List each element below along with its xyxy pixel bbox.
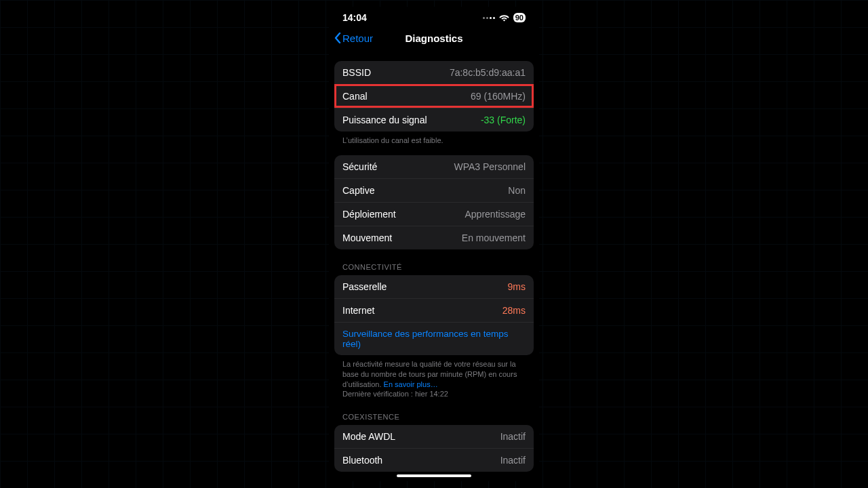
learn-more-link[interactable]: En savoir plus… <box>384 380 438 388</box>
row-movement[interactable]: Mouvement En mouvement <box>334 226 534 249</box>
section-header-connectivity: CONNECTIVITÉ <box>334 249 534 274</box>
row-label: Puissance du signal <box>342 115 427 125</box>
row-value: En mouvement <box>462 232 526 243</box>
row-value: -33 (Forte) <box>481 115 526 125</box>
row-label: Bluetooth <box>342 455 382 466</box>
group-security: Sécurité WPA3 Personnel Captive Non Dépl… <box>334 155 534 249</box>
row-bssid[interactable]: BSSID 7a:8c:b5:d9:aa:a1 <box>334 61 534 84</box>
row-label: Sécurité <box>342 161 377 172</box>
status-bar: 14:04 90 <box>329 7 539 26</box>
row-label: Mode AWDL <box>342 431 395 442</box>
row-captive[interactable]: Captive Non <box>334 178 534 202</box>
group-connectivity: Passerelle 9ms Internet 28ms Surveillanc… <box>334 275 534 355</box>
row-deployment[interactable]: Déploiement Apprentissage <box>334 202 534 226</box>
group-coexistence: Mode AWDL Inactif Bluetooth Inactif <box>334 425 534 472</box>
row-label: Captive <box>342 185 374 196</box>
back-button[interactable]: Retour <box>334 33 373 44</box>
row-value: 9ms <box>508 281 526 292</box>
row-value: Inactif <box>500 431 526 442</box>
status-time: 14:04 <box>342 12 367 23</box>
row-value: WPA3 Personnel <box>454 161 526 172</box>
row-value: Apprentissage <box>465 209 526 220</box>
row-value: 28ms <box>502 305 526 316</box>
row-internet[interactable]: Internet 28ms <box>334 298 534 322</box>
row-value: Non <box>508 185 526 196</box>
row-value: 69 (160MHz) <box>471 91 526 102</box>
row-bluetooth[interactable]: Bluetooth Inactif <box>334 448 534 472</box>
row-label: Canal <box>342 91 368 102</box>
row-label: Internet <box>342 305 374 316</box>
chevron-left-icon <box>334 33 341 43</box>
row-security[interactable]: Sécurité WPA3 Personnel <box>334 155 534 178</box>
footer-text-2: Dernière vérification : hier 14:22 <box>342 390 448 398</box>
row-label: Passerelle <box>342 281 387 292</box>
connectivity-footer: La réactivité mesure la qualité de votre… <box>334 355 534 399</box>
row-gateway[interactable]: Passerelle 9ms <box>334 275 534 298</box>
group-footer: L’utilisation du canal est faible. <box>334 131 534 146</box>
cellular-signal-icon <box>483 17 495 19</box>
battery-indicator: 90 <box>513 13 526 22</box>
row-label: Mouvement <box>342 232 392 243</box>
row-value: 7a:8c:b5:d9:aa:a1 <box>450 67 526 78</box>
home-indicator[interactable] <box>397 474 471 477</box>
group-network: BSSID 7a:8c:b5:d9:aa:a1 Canal 69 (160MHz… <box>334 61 534 131</box>
section-header-coexistence: COEXISTENCE <box>334 399 534 424</box>
nav-bar: Retour Diagnostics <box>329 26 539 52</box>
row-signal[interactable]: Puissance du signal -33 (Forte) <box>334 108 534 131</box>
row-label: Déploiement <box>342 209 396 220</box>
row-awdl[interactable]: Mode AWDL Inactif <box>334 425 534 448</box>
row-canal[interactable]: Canal 69 (160MHz) <box>334 84 534 108</box>
back-label: Retour <box>342 33 373 44</box>
phone-screen: 14:04 90 Retour Diagnostics BSSID 7a <box>329 7 539 481</box>
wifi-icon <box>499 14 509 22</box>
row-value: Inactif <box>500 455 526 466</box>
link-realtime-monitoring[interactable]: Surveillance des performances en temps r… <box>334 322 534 355</box>
row-label: BSSID <box>342 67 371 78</box>
